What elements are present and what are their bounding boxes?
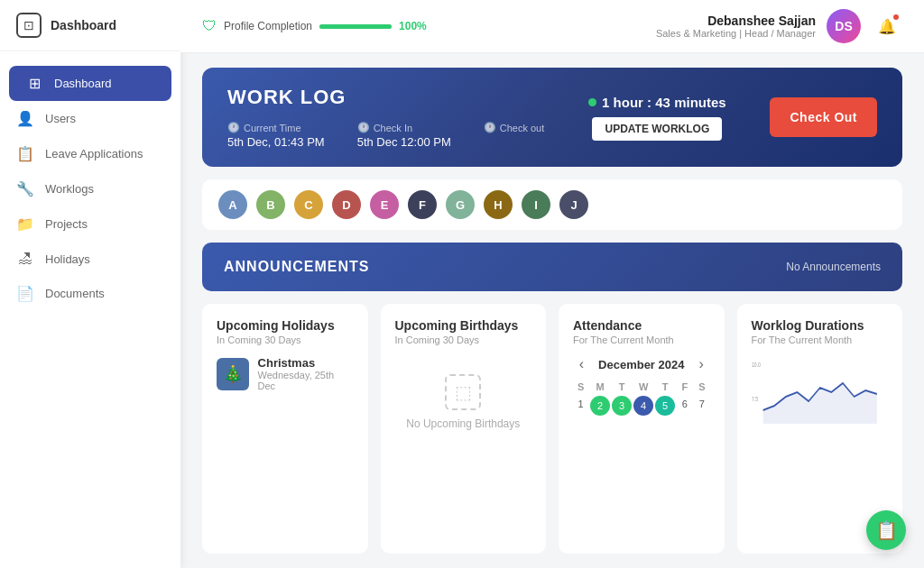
holiday-item: 🎄 Christmas Wednesday, 25th Dec xyxy=(217,356,354,391)
checkout-button[interactable]: Check Out xyxy=(770,97,877,137)
sidebar-item-holidays[interactable]: 🏖 Holidays xyxy=(0,242,180,276)
check-in-item: 🕐 Check In 5th Dec 12:00 PM xyxy=(357,122,451,149)
team-avatar[interactable]: B xyxy=(254,188,287,221)
sidebar-nav: ⊞ Dashboard 👤 Users 📋 Leave Applications… xyxy=(0,51,180,568)
day-header: W xyxy=(633,380,653,394)
sidebar-item-documents[interactable]: 📄 Documents xyxy=(0,276,180,311)
timer-display: 1 hour : 43 minutes xyxy=(588,95,726,110)
main-content: 🛡 Profile Completion 100% Debanshee Sajj… xyxy=(180,0,924,568)
team-avatar[interactable]: I xyxy=(520,188,552,221)
checkin-icon: 🕐 xyxy=(357,122,370,133)
worklog-info: WORK LOG 🕐 Current Time 5th Dec, 01:43 P… xyxy=(227,86,544,149)
sidebar-item-label: Users xyxy=(45,112,76,125)
timer-dot xyxy=(588,98,596,106)
notification-button[interactable]: 🔔 xyxy=(872,11,902,41)
calendar-prev[interactable]: ‹ xyxy=(579,356,584,372)
avatar[interactable]: DS xyxy=(827,9,861,43)
team-avatars: A B C D E F G H I J xyxy=(202,179,902,230)
team-avatar[interactable]: E xyxy=(368,188,401,221)
holiday-date: Wednesday, 25th Dec xyxy=(258,370,354,391)
attendance-subtitle: For The Current Month xyxy=(573,334,710,345)
holiday-details: Christmas Wednesday, 25th Dec xyxy=(258,356,354,391)
header-user: Debanshee Sajjan Sales & Marketing | Hea… xyxy=(656,9,902,43)
worklog-meta: 🕐 Current Time 5th Dec, 01:43 PM 🕐 Check… xyxy=(227,122,544,149)
day-header: T xyxy=(655,380,675,394)
svg-text:7.5: 7.5 xyxy=(752,395,758,402)
user-info: Debanshee Sajjan Sales & Marketing | Hea… xyxy=(656,14,816,39)
no-birthdays: ⬚ No Upcoming Birthdays xyxy=(395,356,532,448)
cal-day-today[interactable]: 4 xyxy=(633,396,653,416)
birthdays-title: Upcoming Birthdays xyxy=(395,318,532,333)
sidebar-item-users[interactable]: 👤 Users xyxy=(0,101,180,136)
worklog-card: WORK LOG 🕐 Current Time 5th Dec, 01:43 P… xyxy=(202,68,902,167)
no-birthdays-text: No Upcoming Birthdays xyxy=(406,417,520,430)
announcements-card: ANNOUNCEMENTS No Announcements xyxy=(202,243,902,291)
day-header: S xyxy=(694,380,709,394)
holidays-subtitle: In Coming 30 Days xyxy=(217,334,354,345)
cal-day[interactable]: 7 xyxy=(694,396,709,416)
birthdays-subtitle: In Coming 30 Days xyxy=(395,334,532,345)
day-header: F xyxy=(677,380,692,394)
team-avatar[interactable]: C xyxy=(292,188,325,221)
dashboard-icon: ⊞ xyxy=(25,75,43,92)
sidebar-item-label: Documents xyxy=(45,287,105,300)
bottom-panels: Upcoming Holidays In Coming 30 Days 🎄 Ch… xyxy=(202,304,902,554)
sidebar-logo[interactable]: ⊡ Dashboard xyxy=(0,0,180,51)
team-avatar[interactable]: J xyxy=(558,188,590,221)
check-out-item: 🕐 Check out xyxy=(484,122,545,149)
day-header: M xyxy=(590,380,610,394)
calendar-header: ‹ December 2024 › xyxy=(573,356,710,372)
avatar-initials: DS xyxy=(835,19,852,33)
profile-completion: 🛡 Profile Completion 100% xyxy=(202,18,427,34)
cal-day[interactable]: 2 xyxy=(590,396,610,416)
holidays-icon: 🏖 xyxy=(16,251,34,267)
documents-icon: 📄 xyxy=(16,285,34,302)
sidebar-item-dashboard[interactable]: ⊞ Dashboard xyxy=(9,66,171,101)
worklog-title: WORK LOG xyxy=(227,86,544,109)
check-in-value: 5th Dec 12:00 PM xyxy=(357,135,451,149)
team-avatar[interactable]: D xyxy=(330,188,363,221)
update-worklog-button[interactable]: UPDATE WORKLOG xyxy=(592,117,722,141)
durations-chart: 10.0 7.5 xyxy=(752,356,889,428)
cal-day[interactable]: 6 xyxy=(677,396,692,416)
sidebar-item-worklogs[interactable]: 🔧 Worklogs xyxy=(0,171,180,206)
leave-icon: 📋 xyxy=(16,145,34,162)
check-in-label: 🕐 Check In xyxy=(357,122,451,133)
completion-bar-bg xyxy=(319,24,392,29)
dashboard-logo-icon: ⊡ xyxy=(16,13,42,38)
team-avatar[interactable]: H xyxy=(482,188,514,221)
cal-day[interactable]: 1 xyxy=(573,396,588,416)
attendance-title: Attendance xyxy=(573,318,710,333)
user-role: Sales & Marketing | Head / Manager xyxy=(656,28,816,39)
cal-day[interactable]: 3 xyxy=(612,396,632,416)
team-avatar[interactable]: F xyxy=(406,188,439,221)
user-name: Debanshee Sajjan xyxy=(656,14,816,28)
calendar-month: December 2024 xyxy=(598,358,684,371)
svg-text:10.0: 10.0 xyxy=(752,361,761,368)
users-icon: 👤 xyxy=(16,110,34,127)
current-time-label: 🕐 Current Time xyxy=(227,122,325,133)
shield-icon: 🛡 xyxy=(202,18,217,34)
projects-icon: 📁 xyxy=(16,215,34,233)
sidebar-item-projects[interactable]: 📁 Projects xyxy=(0,206,180,242)
team-avatar[interactable]: G xyxy=(444,188,476,221)
day-header: S xyxy=(573,380,588,394)
sidebar-item-leave-applications[interactable]: 📋 Leave Applications xyxy=(0,136,180,171)
durations-title: Worklog Durations xyxy=(752,318,889,333)
durations-subtitle: For The Current Month xyxy=(752,334,889,345)
sidebar-item-label: Worklogs xyxy=(45,182,94,196)
attendance-panel: Attendance For The Current Month ‹ Decem… xyxy=(559,304,725,554)
team-avatar[interactable]: A xyxy=(217,188,249,221)
content-area: WORK LOG 🕐 Current Time 5th Dec, 01:43 P… xyxy=(180,53,924,568)
checkout-icon: 🕐 xyxy=(484,122,496,133)
fab-button[interactable]: 📋 xyxy=(866,510,906,550)
current-time-value: 5th Dec, 01:43 PM xyxy=(227,135,325,149)
calendar-next[interactable]: › xyxy=(698,356,703,372)
fab-icon: 📋 xyxy=(875,519,898,541)
clock-icon: 🕐 xyxy=(227,122,240,133)
upcoming-holidays-panel: Upcoming Holidays In Coming 30 Days 🎄 Ch… xyxy=(202,304,368,554)
completion-bar-fill xyxy=(319,24,392,29)
header: 🛡 Profile Completion 100% Debanshee Sajj… xyxy=(180,0,924,53)
upcoming-birthdays-panel: Upcoming Birthdays In Coming 30 Days ⬚ N… xyxy=(381,304,547,554)
cal-day[interactable]: 5 xyxy=(655,396,675,416)
